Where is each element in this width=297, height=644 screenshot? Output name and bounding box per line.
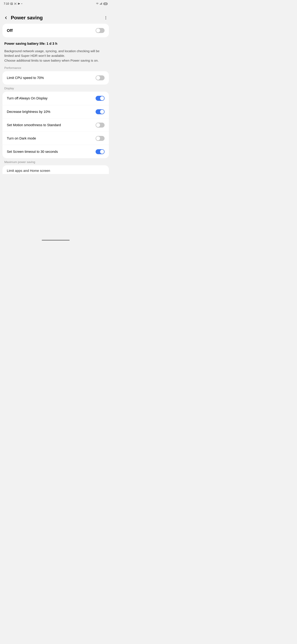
svg-rect-4 [101, 3, 101, 5]
timeout-toggle[interactable] [96, 149, 105, 154]
dot-icon [21, 4, 22, 4]
max-card-peek[interactable]: Limit apps and Home screen [2, 165, 109, 174]
svg-rect-2 [100, 4, 100, 5]
list-label: Decrease brightness by 10% [7, 110, 53, 114]
battery-indicator: 34 [103, 2, 108, 5]
motion-toggle[interactable] [96, 122, 105, 128]
main-toggle-card: Off [2, 24, 109, 37]
home-indicator[interactable] [42, 240, 70, 240]
brightness-toggle[interactable] [96, 109, 105, 114]
list-item-cpu-limit[interactable]: Limit CPU speed to 70% [2, 71, 109, 84]
section-label-performance: Performance [0, 64, 111, 71]
main-toggle-label: Off [7, 28, 13, 33]
gallery-icon [10, 2, 13, 5]
svg-rect-3 [100, 4, 101, 5]
list-label: Limit CPU speed to 70% [7, 76, 46, 80]
more-icon[interactable] [104, 16, 108, 20]
info-desc-1: Background network usage, syncing, and l… [4, 49, 107, 58]
power-saving-toggle[interactable] [96, 28, 105, 33]
list-item-brightness[interactable]: Decrease brightness by 10% [2, 105, 109, 118]
list-item-darkmode[interactable]: Turn on Dark mode [2, 132, 109, 145]
display-card: Turn off Always On Display Decrease brig… [2, 92, 109, 158]
section-label-display: Display [0, 84, 111, 92]
battery-life-title: Power saving battery life: 1 d 3 h [4, 42, 107, 46]
info-desc-2: Choose additional limits to save battery… [4, 58, 107, 63]
status-bar: 7:10 34 [0, 0, 111, 8]
wifi-icon [96, 2, 99, 5]
max-peek-label: Limit apps and Home screen [7, 169, 105, 173]
list-label: Set Screen timeout to 30 seconds [7, 150, 60, 154]
back-icon[interactable] [4, 16, 8, 20]
list-label: Turn on Dark mode [7, 136, 38, 141]
page-title: Power saving [11, 15, 101, 20]
list-item-motion[interactable]: Set Motion smoothness to Standard [2, 118, 109, 132]
list-label: Turn off Always On Display [7, 96, 50, 100]
aod-toggle[interactable] [96, 96, 105, 101]
send-icon [18, 2, 20, 5]
scan-icon [14, 2, 16, 5]
list-item-timeout[interactable]: Set Screen timeout to 30 seconds [2, 145, 109, 158]
signal-icon [100, 2, 102, 5]
list-item-aod[interactable]: Turn off Always On Display [2, 92, 109, 105]
info-block: Power saving battery life: 1 d 3 h Backg… [0, 37, 111, 64]
cpu-limit-toggle[interactable] [96, 76, 105, 80]
list-label: Set Motion smoothness to Standard [7, 123, 63, 128]
svg-rect-5 [101, 3, 102, 5]
darkmode-toggle[interactable] [96, 136, 105, 141]
svg-rect-1 [15, 3, 16, 4]
page-header: Power saving [0, 8, 111, 24]
section-label-max: Maximum power saving [0, 158, 111, 165]
performance-card: Limit CPU speed to 70% [2, 71, 109, 84]
status-time: 7:10 [4, 2, 9, 6]
